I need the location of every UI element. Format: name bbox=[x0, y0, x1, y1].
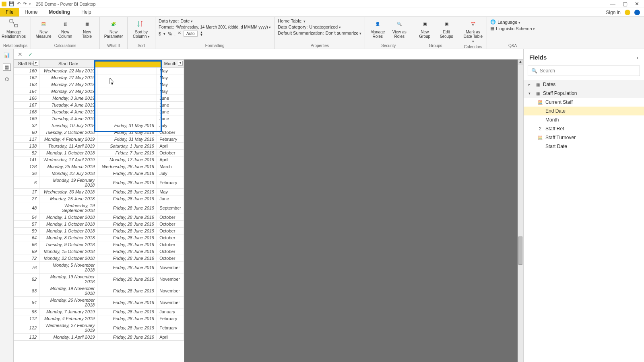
table-row[interactable]: 57 Monday, 1 October 2018 Friday, 28 Jun… bbox=[14, 221, 184, 228]
field-start-date[interactable]: Start Date bbox=[524, 142, 644, 151]
table-staff-population[interactable]: ▾▦Staff Population bbox=[524, 89, 644, 98]
smiley-icon[interactable] bbox=[625, 10, 630, 15]
decimals-button[interactable]: ⁰⁰ bbox=[178, 31, 181, 36]
table-row[interactable]: 138 Thursday, 11 April 2019 Saturday, 1 … bbox=[14, 143, 184, 150]
sort-by-column-button[interactable]: Sort by Column bbox=[131, 19, 152, 39]
fields-search-input[interactable]: 🔍 Search bbox=[528, 66, 640, 76]
table-row[interactable]: 112 Monday, 4 February 2019 Friday, 28 J… bbox=[14, 315, 184, 322]
percent-button[interactable]: % bbox=[168, 31, 172, 36]
language-dropdown[interactable]: Language bbox=[497, 20, 520, 25]
currency-button[interactable]: $ bbox=[159, 31, 161, 36]
tab-home[interactable]: Home bbox=[19, 8, 43, 16]
tab-file[interactable]: File bbox=[0, 8, 19, 16]
table-row[interactable]: 128 Monday, 25 March 2019 Wednesday, 26 … bbox=[14, 163, 184, 170]
mark-date-table-button[interactable]: 📅Mark as Date Table bbox=[462, 19, 483, 44]
field-month[interactable]: Month bbox=[524, 115, 644, 124]
edit-groups-button[interactable]: ▣Edit Groups bbox=[437, 19, 456, 39]
manage-roles-button[interactable]: 👤Manage Roles bbox=[368, 19, 387, 39]
table-row[interactable]: 64 Monday, 8 October 2018 Friday, 28 Jun… bbox=[14, 234, 184, 241]
filter-month-icon[interactable]: ▾ bbox=[178, 61, 183, 66]
field-staff-ref[interactable]: ΣStaff Ref bbox=[524, 124, 644, 133]
fields-collapse-icon[interactable]: › bbox=[636, 54, 638, 61]
table-dates[interactable]: ▸▦Dates bbox=[524, 80, 644, 89]
scroll-up-icon[interactable]: ▲ bbox=[518, 60, 523, 65]
new-column-button[interactable]: ▥New Column bbox=[56, 19, 74, 39]
comma-button[interactable]: , bbox=[174, 31, 175, 36]
hometable-dropdown[interactable]: Home Table: bbox=[278, 19, 305, 23]
qat-save-icon[interactable]: 💾 bbox=[9, 1, 14, 6]
field-staff-turnover[interactable]: 🧮Staff Turnover bbox=[524, 133, 644, 142]
table-row[interactable]: 32 Tuesday, 10 July 2018 Friday, 31 May … bbox=[14, 122, 184, 129]
table-row[interactable]: 141 Wednesday, 17 April 2019 Monday, 17 … bbox=[14, 156, 184, 163]
table-row[interactable]: 52 Monday, 1 October 2018 Friday, 7 June… bbox=[14, 150, 184, 156]
table-row[interactable]: 167 Tuesday, 4 June 2019 June bbox=[14, 102, 184, 109]
formula-bar[interactable]: ✕ ✓ bbox=[14, 49, 523, 60]
close-button[interactable]: ✕ bbox=[635, 1, 639, 7]
view-as-roles-button[interactable]: 🔍View as Roles bbox=[390, 19, 409, 39]
table-row[interactable]: 163 Monday, 27 May 2019 May bbox=[14, 81, 184, 88]
col-enddate[interactable]: End Date▾ bbox=[97, 60, 157, 68]
table-row[interactable]: 60 Tuesday, 2 October 2018 Friday, 31 Ma… bbox=[14, 129, 184, 136]
table-row[interactable]: 166 Monday, 3 June 2019 June bbox=[14, 95, 184, 102]
table-row[interactable]: 6 Monday, 19 February 2018 Friday, 28 Ju… bbox=[14, 177, 184, 189]
qat-customize-icon[interactable]: ▾ bbox=[29, 2, 31, 6]
table-row[interactable]: 117 Monday, 4 February 2019 Friday, 31 M… bbox=[14, 136, 184, 143]
formula-commit-icon[interactable]: ✓ bbox=[28, 51, 33, 58]
linguistic-schema-dropdown[interactable]: Linguistic Schema bbox=[496, 26, 535, 31]
minimize-button[interactable]: — bbox=[610, 1, 615, 7]
filter-staffref-icon[interactable]: ▾ bbox=[33, 61, 38, 66]
col-staffref[interactable]: Staff Ref▾ bbox=[14, 60, 39, 68]
new-measure-button[interactable]: 🧮New Measure bbox=[34, 19, 53, 39]
summarization-dropdown[interactable]: Don't summarize bbox=[326, 31, 362, 35]
table-row[interactable]: 168 Tuesday, 4 June 2019 June bbox=[14, 109, 184, 115]
qat-undo-icon[interactable]: ↶ bbox=[17, 1, 21, 6]
scroll-thumb[interactable] bbox=[518, 237, 522, 265]
table-row[interactable]: 17 Wednesday, 30 May 2018 Friday, 28 Jun… bbox=[14, 189, 184, 195]
vertical-scrollbar[interactable]: ▲ bbox=[518, 60, 523, 362]
format-dropdown[interactable]: *Wednesday, 14 March 2001 (dddd, d MMMM … bbox=[175, 25, 271, 29]
col-startdate[interactable]: Start Date bbox=[39, 60, 97, 68]
manage-relationships-button[interactable]: Manage Relationships bbox=[3, 19, 24, 39]
tab-modeling[interactable]: Modeling bbox=[43, 8, 76, 16]
table-row[interactable]: 160 Wednesday, 22 May 2019 May bbox=[14, 68, 184, 74]
table-row[interactable]: 162 Monday, 27 May 2019 May bbox=[14, 74, 184, 81]
table-row[interactable]: 95 Monday, 7 January 2019 Friday, 28 Jun… bbox=[14, 309, 184, 315]
new-table-button[interactable]: ▦New Table bbox=[78, 19, 96, 39]
table-row[interactable]: 84 Monday, 26 November 2018 Friday, 28 J… bbox=[14, 297, 184, 309]
maximize-button[interactable]: ▢ bbox=[623, 1, 627, 7]
data-view-icon[interactable]: ▦ bbox=[3, 64, 11, 71]
signin-link[interactable]: Sign in bbox=[606, 10, 621, 15]
field-end-date[interactable]: End Date bbox=[524, 107, 644, 115]
table-row[interactable]: 36 Monday, 23 July 2018 Friday, 28 June … bbox=[14, 170, 184, 177]
table-row[interactable]: 122 Wednesday, 27 February 2019 Friday, … bbox=[14, 322, 184, 334]
new-parameter-button[interactable]: 🧩New Parameter bbox=[103, 19, 124, 39]
table-row[interactable]: 54 Monday, 1 October 2018 Friday, 28 Jun… bbox=[14, 214, 184, 221]
table-row[interactable]: 48 Wednesday, 19 September 2018 Friday, … bbox=[14, 202, 184, 214]
report-view-icon[interactable]: 📊 bbox=[3, 51, 11, 59]
table-row[interactable]: 82 Monday, 19 November 2018 Friday, 28 J… bbox=[14, 274, 184, 285]
table-row[interactable]: 59 Monday, 1 October 2018 Friday, 28 Jun… bbox=[14, 228, 184, 234]
cell-enddate: Friday, 31 May 2019 bbox=[97, 136, 157, 143]
table-row[interactable]: 83 Monday, 19 November 2018 Friday, 28 J… bbox=[14, 285, 184, 297]
datatype-dropdown[interactable]: Date bbox=[180, 19, 193, 23]
col-month[interactable]: Month▾ bbox=[157, 60, 184, 68]
table-row[interactable]: 169 Tuesday, 4 June 2019 June bbox=[14, 115, 184, 122]
table-row[interactable]: 76 Monday, 5 November 2018 Friday, 28 Ju… bbox=[14, 262, 184, 274]
table-row[interactable]: 132 Monday, 1 April 2019 Friday, 28 June… bbox=[14, 334, 184, 341]
datacategory-dropdown[interactable]: Uncategorized bbox=[309, 25, 341, 29]
table-row[interactable]: 66 Tuesday, 9 October 2018 Friday, 28 Ju… bbox=[14, 241, 184, 248]
formula-cancel-icon[interactable]: ✕ bbox=[18, 51, 23, 58]
qat-redo-icon[interactable]: ↷ bbox=[23, 1, 27, 6]
new-group-button[interactable]: ▣New Group bbox=[415, 19, 434, 39]
auto-box[interactable]: Auto bbox=[184, 31, 198, 37]
decimals-spinner[interactable]: ▲▼ bbox=[200, 31, 203, 36]
field-current-staff[interactable]: 🧮Current Staff bbox=[524, 98, 644, 107]
filter-enddate-icon[interactable]: ▾ bbox=[151, 61, 156, 66]
table-row[interactable]: 72 Monday, 22 October 2018 Friday, 28 Ju… bbox=[14, 255, 184, 262]
model-view-icon[interactable]: ⌬ bbox=[3, 76, 11, 83]
help-icon[interactable] bbox=[634, 10, 640, 15]
table-row[interactable]: 164 Monday, 27 May 2019 May bbox=[14, 88, 184, 95]
tab-help[interactable]: Help bbox=[76, 8, 97, 16]
table-row[interactable]: 69 Monday, 15 October 2018 Friday, 28 Ju… bbox=[14, 248, 184, 255]
table-row[interactable]: 27 Monday, 25 June 2018 Friday, 28 June … bbox=[14, 195, 184, 202]
